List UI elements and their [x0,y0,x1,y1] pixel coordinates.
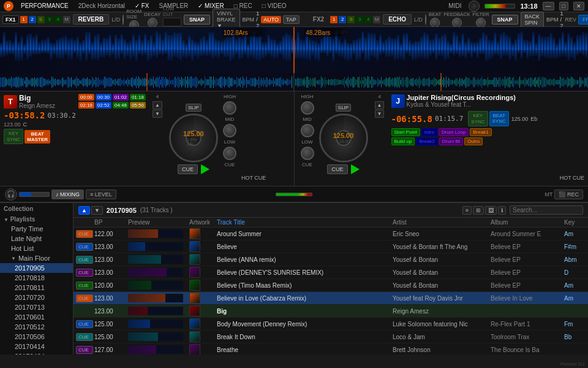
deck-left-loop-down[interactable]: ▼ [153,110,162,118]
track-row[interactable]: CUE 120.00 Believe (Timo Maas Remix) You… [74,279,588,292]
fx1-n2[interactable]: 2 [29,16,36,23]
list-view-btn[interactable]: ≡ [462,206,472,215]
grid-view-btn[interactable]: ⊞ [473,206,484,215]
fx2-beat-knob[interactable] [430,18,440,28]
hotcue-build-up[interactable]: Build up [391,137,415,145]
track-preview-bar[interactable] [128,294,189,302]
track-cue[interactable]: CUE [76,243,94,251]
info-view-btn[interactable]: ℹ [498,206,506,215]
sidebar-item-20170404[interactable]: 20170404 [0,351,73,355]
hotcue-0550[interactable]: 05:50 [130,102,146,109]
layout-dropdown[interactable]: 2Deck Horizontal [76,2,127,9]
track-row[interactable]: CUE 123.00 Believe (DENNEY'S SUNRISE REM… [74,266,588,279]
hotcue-0102[interactable]: 01:02 [113,94,129,101]
deck-right-loop-up[interactable]: ▲ [375,101,385,109]
back-spin-btn[interactable]: BACK SPIN [521,12,545,28]
sidebar-item-20170506[interactable]: 20170506 [0,332,73,342]
hotcue-0118[interactable]: 01:18 [130,94,146,101]
deck-left-low-knob[interactable] [223,147,236,160]
sidebar-item-20170811[interactable]: 20170811 [0,283,73,293]
track-preview-bar[interactable] [128,229,189,238]
fx2-n2[interactable]: 2 [339,16,346,23]
track-cue[interactable]: CUE [76,294,94,302]
fx2-snap[interactable]: SNAP [492,15,518,25]
mode-dropdown[interactable]: PERFORMANCE [18,2,71,9]
artwork-view-btn[interactable]: 🖼 [485,206,497,215]
deck-left-loop-up[interactable]: ▲ [153,101,162,109]
search-input[interactable] [510,205,583,215]
hotcue-outro[interactable]: Outro [464,137,483,145]
close-btn[interactable]: ✕ [573,2,584,10]
platter-right[interactable]: 125.00 120.00 [319,113,368,163]
maximize-btn[interactable]: □ [559,2,568,10]
track-row[interactable]: CUE 123.00 Believe (ANNA remix) Yousef &… [74,253,588,266]
fx1-ns[interactable]: S [37,16,45,23]
sidebar-item-20170720[interactable]: 20170720 [0,293,73,302]
sidebar-item-party-time[interactable]: Party Time [0,224,73,234]
deck-left-mid-knob[interactable] [223,124,236,137]
track-cue[interactable]: CUE [76,269,94,277]
sidebar-item-late-night[interactable]: Late Night [0,234,73,243]
fx2-n1[interactable]: 1 [330,16,337,23]
sidebar-item-hot-list[interactable]: Hot List [0,243,73,253]
deck-right-key-sync[interactable]: KEYSYNC [468,111,488,126]
hotcue-0252[interactable]: 02:52 [96,102,111,109]
track-row[interactable]: CUE 127.00 Breathe Brett Johnson The Bou… [74,343,588,355]
hotcue-0000[interactable]: 00:00 [78,94,94,101]
hotcue-start-point[interactable]: Start Point [391,128,420,136]
settings-knob[interactable] [469,1,480,12]
col-header-bp[interactable]: BP [94,219,128,226]
sidebar-item-20170512[interactable]: 20170512 [0,322,73,332]
sidebar-item-20170601[interactable]: 20170601 [0,312,73,322]
waveform-canvas[interactable] [0,27,588,73]
col-header-key[interactable]: Key [564,219,586,226]
midi-btn[interactable]: MIDI [446,2,464,9]
hotcue-break1[interactable]: Break1 [470,128,491,136]
deck-left-high-knob[interactable] [223,101,236,115]
track-row[interactable]: CUE 122.00 Around Summer Eric Sneo Aroun… [74,228,588,240]
deck-right-low-knob[interactable] [301,147,314,160]
track-row[interactable]: CUE 123.00 Believe in Love (Cabarza Remi… [74,292,588,305]
fx1-nm[interactable]: M [63,16,70,23]
platter-left[interactable]: 125.00 1.6% 1/0 [169,113,218,163]
fx2-nm[interactable]: M [373,16,380,23]
sidebar-item-20170905[interactable]: 20170905 [0,263,73,273]
hotcue-0219[interactable]: 02:19 [78,102,94,109]
fx1-effect-name[interactable]: REVERB [73,14,110,25]
sidebar-item-20170414[interactable]: 20170414 [0,342,73,351]
deck-right-cue-btn[interactable]: CUE [327,164,347,174]
hotcue-0030[interactable]: 00:30 [96,94,111,101]
hotcue-0448[interactable]: 04:48 [113,102,129,109]
track-preview-bar[interactable] [128,268,189,277]
deck-right-slip[interactable]: SLIP [336,104,351,112]
fx1-decay-knob[interactable] [148,18,157,28]
deck-left-beat-sync[interactable]: BEATMASTER [24,130,50,144]
track-cue[interactable]: CUE [76,256,94,264]
track-row[interactable]: CUE 125.00 Body Movement (Denney Remix) … [74,318,588,331]
fx2-ld-knob[interactable] [425,14,426,25]
deck-right-loop-down[interactable]: ▼ [375,110,385,118]
track-cue[interactable]: CUE [76,282,94,289]
fx2-feedback-knob[interactable] [452,18,462,28]
fx1-eq-display[interactable] [163,18,181,26]
fx2-n3[interactable]: 3 [356,16,363,23]
track-row[interactable]: CUE 125.00 Break It Down Loco & Jam Tool… [74,331,588,343]
sort-up-btn[interactable]: ▲ [78,206,90,215]
fx1-auto-btn[interactable]: AUTO [261,16,281,23]
track-cue[interactable]: CUE [76,333,94,341]
track-cue[interactable]: CUE [76,230,94,238]
track-row[interactable]: 123.00 Big Reign Amesz [74,305,588,318]
fx1-n3[interactable]: 3 [46,16,53,23]
deck-right-high-knob[interactable] [301,101,314,115]
deck-wave-canvas[interactable] [0,73,588,91]
track-preview-bar[interactable] [128,332,189,341]
fx1-n4[interactable]: 4 [55,16,62,23]
track-preview-bar[interactable] [128,345,189,354]
fx1-ld-knob[interactable] [123,14,124,25]
track-preview-bar[interactable] [128,281,189,289]
fx1-n1[interactable]: 1 [20,16,28,23]
mixing-btn[interactable]: ♪ MIXING [51,190,84,199]
fx2-freeze-btn[interactable]: FREEZE [578,15,588,25]
deck-left-play-btn[interactable] [201,164,209,174]
deck-left-key-sync[interactable]: KEYSYNC [4,129,23,144]
